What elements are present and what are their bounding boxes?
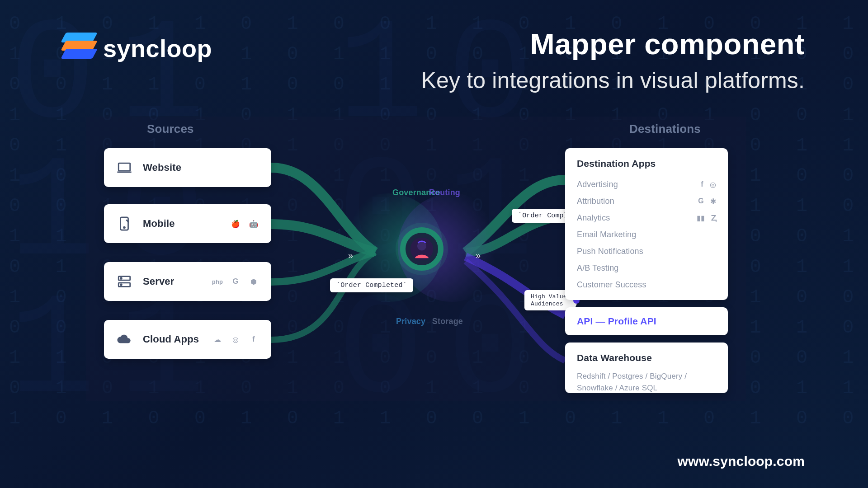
svg-rect-0 (118, 163, 130, 171)
sources-column-label: Sources (147, 122, 194, 136)
hub-label-storage: Storage (432, 317, 463, 326)
dest-app-item: Advertisingf◎ (577, 176, 716, 193)
salesforce-icon: ☁︎ (212, 334, 222, 344)
dest-app-label: A/B Testing (577, 263, 618, 273)
data-warehouse-panel: Data Warehouse Redshift / Postgres / Big… (565, 343, 728, 393)
source-card-server: Server phpG⬢ (104, 262, 271, 301)
dest-app-label: Push Notifications (577, 247, 643, 256)
diagram-canvas: Sources Destinations Website Mobile 🍎🤖 S… (86, 117, 746, 401)
destinations-column-label: Destinations (629, 122, 701, 136)
dest-app-item: A/B Testing (577, 260, 716, 277)
slack-icon: ✱ (710, 197, 716, 206)
source-card-mobile: Mobile 🍎🤖 (104, 204, 271, 243)
page-subtitle: Key to integrations in visual platforms. (421, 67, 805, 94)
compass-icon: ◎ (231, 334, 241, 344)
source-label: Cloud Apps (143, 333, 199, 345)
page-title: Mapper component (421, 27, 805, 61)
zendesk-icon: Ⱬ (711, 214, 716, 222)
svg-point-5 (121, 278, 122, 279)
dest-app-item: Email Marketing (577, 226, 716, 243)
apple-icon: 🍎 (231, 219, 241, 229)
source-label: Mobile (143, 218, 175, 230)
brand-name: syncloop (103, 34, 212, 62)
facebook-icon: f (701, 180, 703, 189)
mobile-icon (117, 216, 132, 231)
source-card-cloudapps: Cloud Apps ☁︎◎f (104, 320, 271, 359)
svg-point-6 (121, 284, 122, 286)
source-card-website: Website (104, 148, 271, 187)
cloud-icon (117, 332, 132, 347)
android-icon: 🤖 (249, 219, 259, 229)
brand-logo: syncloop (63, 33, 212, 64)
event-pill-left: `Order Completed` (330, 278, 413, 292)
dest-app-item: Customer Success (577, 277, 716, 293)
source-label: Server (143, 276, 174, 287)
G-icon: G (698, 197, 704, 206)
hub-label-privacy: Privacy (396, 317, 425, 326)
dest-app-label: Customer Success (577, 280, 646, 290)
chevron-right-icon: » (348, 250, 351, 261)
data-warehouse-title: Data Warehouse (577, 352, 716, 363)
source-label: Website (143, 162, 181, 174)
compass-icon: ◎ (710, 180, 716, 189)
dest-app-label: Advertising (577, 180, 618, 189)
chevron-right-icon: » (476, 250, 479, 261)
dest-app-item: Push Notifications (577, 243, 716, 260)
laptop-icon (117, 160, 132, 175)
server-icon (117, 274, 132, 289)
dest-app-label: Email Marketing (577, 230, 636, 239)
hub: Governance Routing Privacy Storage (353, 180, 488, 315)
dest-app-item: Analytics▮▮Ⱬ (577, 210, 716, 226)
data-warehouse-body: Redshift / Postgres / BigQuery / Snowfla… (577, 371, 716, 394)
destination-apps-panel: Destination Apps Advertisingf◎Attributio… (565, 148, 728, 300)
dest-app-item: AttributionG✱ (577, 193, 716, 210)
dest-app-label: Analytics (577, 213, 610, 223)
logo-mark-icon (63, 33, 95, 64)
google-g-icon: G (231, 277, 241, 286)
api-card: API — Profile API (565, 307, 728, 335)
facebook-icon: f (249, 334, 259, 344)
hub-label-routing: Routing (429, 188, 460, 197)
dest-app-label: Attribution (577, 197, 614, 206)
bars-icon: ▮▮ (697, 214, 705, 222)
php-icon: php (212, 277, 222, 286)
node-icon: ⬢ (249, 277, 259, 286)
destination-apps-title: Destination Apps (577, 158, 716, 169)
footer-url: www.syncloop.com (678, 454, 805, 469)
svg-point-2 (124, 227, 125, 228)
hub-avatar-icon (400, 227, 443, 271)
